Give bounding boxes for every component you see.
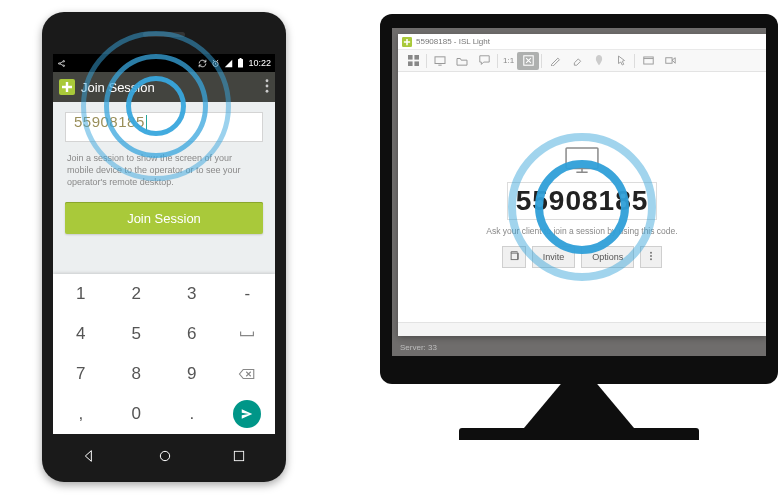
svg-point-0 xyxy=(59,62,61,64)
key-3[interactable]: 3 xyxy=(164,274,220,314)
svg-rect-11 xyxy=(234,451,243,460)
svg-point-2 xyxy=(63,65,65,67)
record-icon[interactable] xyxy=(659,52,681,70)
toolbar: 1:1 xyxy=(398,50,766,72)
app-bar-title: Join Session xyxy=(81,80,259,95)
session-help-text: Ask your client to join a session by usi… xyxy=(462,226,702,236)
numeric-keypad: 1 2 3 - 4 5 6 7 8 9 xyxy=(53,274,275,434)
action-row: Invite Options xyxy=(462,246,702,268)
pen-icon[interactable] xyxy=(544,52,566,70)
key-7[interactable]: 7 xyxy=(53,354,109,394)
monitor-body: 55908185 - ISL Light 1:1 xyxy=(380,14,778,384)
svg-point-23 xyxy=(650,252,652,254)
svg-point-9 xyxy=(266,89,269,92)
svg-rect-20 xyxy=(665,58,671,64)
key-6[interactable]: 6 xyxy=(164,314,220,354)
text-cursor xyxy=(146,115,147,131)
svg-point-25 xyxy=(650,258,652,260)
svg-rect-17 xyxy=(435,56,445,63)
window-statusline xyxy=(398,322,766,336)
key-backspace[interactable] xyxy=(220,354,276,394)
signal-icon xyxy=(224,59,233,68)
options-button[interactable]: Options xyxy=(581,246,634,268)
window-icon[interactable] xyxy=(637,52,659,70)
svg-point-24 xyxy=(650,255,652,257)
join-session-button[interactable]: Join Session xyxy=(65,202,263,234)
send-icon xyxy=(233,400,261,428)
content-area: 55908185 Join a session to show the scre… xyxy=(53,102,275,234)
statusbar-time: 10:22 xyxy=(248,58,271,68)
more-button[interactable] xyxy=(640,246,662,268)
copy-button[interactable] xyxy=(502,246,526,268)
svg-rect-5 xyxy=(240,58,242,59)
folder-icon[interactable] xyxy=(451,52,473,70)
svg-rect-19 xyxy=(643,57,652,64)
overflow-menu-icon[interactable] xyxy=(265,79,269,96)
nav-back-icon[interactable] xyxy=(82,448,98,464)
monitor-stand xyxy=(524,382,634,428)
key-space[interactable] xyxy=(220,314,276,354)
session-code-display: 55908185 xyxy=(507,182,658,220)
marker-icon[interactable] xyxy=(588,52,610,70)
android-navbar xyxy=(53,440,275,472)
svg-rect-15 xyxy=(408,61,413,66)
key-send[interactable] xyxy=(220,394,276,434)
monitor-screen: 55908185 - ISL Light 1:1 xyxy=(392,28,766,356)
svg-point-1 xyxy=(63,60,65,62)
phone-device: 10:22 Join Session 55908185 Join a sessi… xyxy=(42,12,286,482)
invite-button[interactable]: Invite xyxy=(532,246,576,268)
key-8[interactable]: 8 xyxy=(109,354,165,394)
session-code-value: 55908185 xyxy=(74,113,145,130)
phone-screen: 10:22 Join Session 55908185 Join a sessi… xyxy=(53,54,275,434)
key-1[interactable]: 1 xyxy=(53,274,109,314)
svg-point-7 xyxy=(266,79,269,82)
session-stage: 55908185 Ask your client to join a sessi… xyxy=(398,72,766,322)
key-4[interactable]: 4 xyxy=(53,314,109,354)
key-5[interactable]: 5 xyxy=(109,314,165,354)
app-window: 55908185 - ISL Light 1:1 xyxy=(398,34,766,336)
remote-screen-icon xyxy=(563,146,601,176)
app-bar: Join Session xyxy=(53,72,275,102)
svg-rect-14 xyxy=(414,55,419,60)
svg-rect-16 xyxy=(414,61,419,66)
key-2[interactable]: 2 xyxy=(109,274,165,314)
app-logo-icon xyxy=(59,79,75,95)
grid-view-icon[interactable] xyxy=(402,52,424,70)
key-comma[interactable]: , xyxy=(53,394,109,434)
svg-rect-13 xyxy=(408,55,413,60)
key-9[interactable]: 9 xyxy=(164,354,220,394)
monitor-base xyxy=(459,428,699,440)
key-period[interactable]: . xyxy=(164,394,220,434)
battery-icon xyxy=(237,58,244,68)
svg-rect-4 xyxy=(238,59,243,68)
desktop-monitor: 55908185 - ISL Light 1:1 xyxy=(380,14,778,474)
pointer-icon[interactable] xyxy=(610,52,632,70)
alarm-icon xyxy=(211,59,220,68)
ratio-1-1-button[interactable]: 1:1 xyxy=(500,56,517,65)
window-title: 55908185 - ISL Light xyxy=(416,37,490,46)
session-box: 55908185 Ask your client to join a sessi… xyxy=(462,146,702,268)
chat-icon[interactable] xyxy=(473,52,495,70)
nav-home-icon[interactable] xyxy=(157,448,173,464)
session-code-input[interactable]: 55908185 xyxy=(65,112,263,142)
svg-rect-21 xyxy=(566,148,598,169)
svg-point-10 xyxy=(160,451,169,460)
screen-icon[interactable] xyxy=(429,52,451,70)
sync-icon xyxy=(198,59,207,68)
phone-speaker xyxy=(143,32,185,37)
share-icon xyxy=(57,59,66,68)
key-0[interactable]: 0 xyxy=(109,394,165,434)
android-statusbar: 10:22 xyxy=(53,54,275,72)
help-text: Join a session to show the screen of you… xyxy=(67,152,261,188)
window-titlebar: 55908185 - ISL Light xyxy=(398,34,766,50)
window-logo-icon xyxy=(402,37,412,47)
svg-rect-22 xyxy=(511,253,517,259)
svg-point-8 xyxy=(266,84,269,87)
fit-screen-icon[interactable] xyxy=(517,52,539,70)
server-status: Server: 33 xyxy=(400,343,437,352)
nav-recent-icon[interactable] xyxy=(232,449,246,463)
key-dash[interactable]: - xyxy=(220,274,276,314)
eraser-icon[interactable] xyxy=(566,52,588,70)
